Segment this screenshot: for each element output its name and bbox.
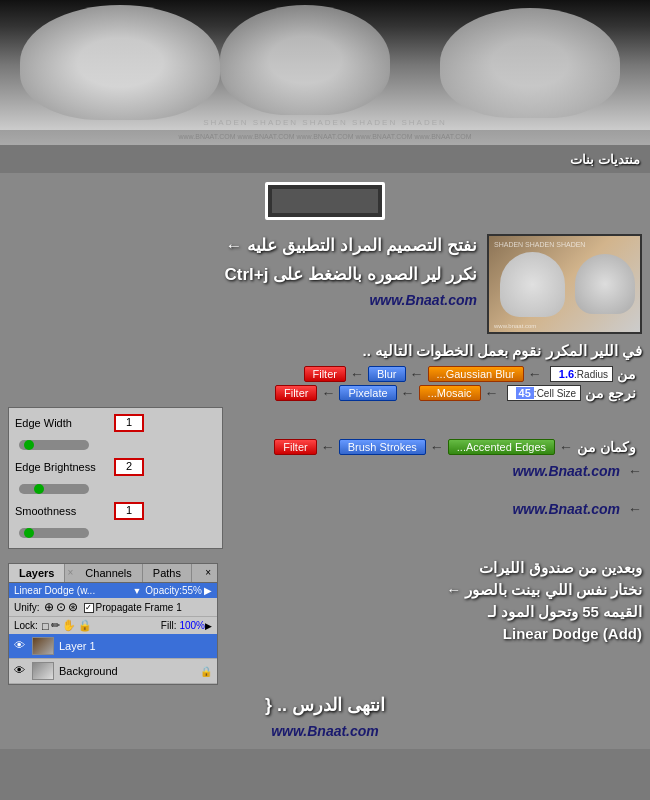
filter-btn-2[interactable]: Filter: [275, 385, 317, 401]
ae-arrow-2: ←: [628, 501, 642, 517]
bnaat-url-top: www.BNAAT.COM www.BNAAT.COM www.BNAAT.CO…: [179, 133, 472, 140]
cellsize-box: Cell Size: 45: [507, 385, 582, 401]
opacity-arrow[interactable]: ▶: [204, 585, 212, 596]
edge-width-row: Edge Width 1: [15, 414, 216, 432]
lock-icon2[interactable]: ✏: [51, 619, 60, 632]
blend-mode-display[interactable]: Linear Dodge (w...: [14, 585, 132, 596]
pixelate-btn[interactable]: Pixelate: [339, 385, 396, 401]
rect-shape: [265, 182, 385, 220]
edge-width-slider[interactable]: [19, 440, 89, 450]
panel-arrows: ← www.Bnaat.com ← www.Bnaat.com: [236, 463, 642, 517]
filter-label-3: وكمان من: [577, 439, 636, 455]
arrow-1: ←: [528, 366, 542, 382]
layers-panel: Layers × Channels Paths × Linear Dodge (…: [8, 555, 218, 685]
panel-right-section: وكمان من ← Accented Edges... ← Brush Str…: [236, 407, 642, 549]
panel-close-btn[interactable]: ×: [199, 564, 217, 582]
edge-width-input[interactable]: 1: [114, 414, 144, 432]
edge-brightness-input[interactable]: 2: [114, 458, 144, 476]
step1-row: SHADEN SHADEN SHADEN www.bnaat.com نفتح …: [8, 234, 642, 334]
layer1-thumb: [32, 637, 54, 655]
mosaic-btn[interactable]: Mosaic...: [419, 385, 481, 401]
radius-label: Radius:: [574, 369, 608, 380]
filter-label-2: نرجع من: [585, 385, 636, 401]
bottom-text-3: القيمه 55 وتحول المود لـ: [226, 603, 642, 621]
accented-edges-btn[interactable]: Accented Edges...: [448, 439, 555, 455]
propagate-check[interactable]: ✓: [84, 601, 94, 613]
filter-row-2: نرجع من Cell Size: 45 ← Mosaic... ← Pixe…: [8, 385, 642, 401]
step2-arabic: نكرر لير الصوره بالضغط على Ctrl+j: [8, 263, 477, 287]
bottom-right-text: وبعدين من صندوق الليرات نختار نفس اللي ب…: [226, 555, 642, 685]
ae-panel: Edge Width 1 Edge Brightness 2: [8, 407, 228, 549]
site-bar: منتديات بنات: [0, 145, 650, 173]
lock-row: Lock: □ ✏ ✋ 🔒 Fill: 100% ▶: [9, 617, 217, 634]
bg-eye-icon[interactable]: 👁: [14, 664, 28, 678]
opacity-value: 55%: [182, 585, 202, 596]
layer1-eye-icon[interactable]: 👁: [14, 639, 28, 653]
fill-label: Fill:: [161, 620, 177, 631]
layers-opacity-row: Linear Dodge (w... ▼ Opacity: 55% ▶: [9, 583, 217, 598]
smoothness-input[interactable]: 1: [114, 502, 144, 520]
arrow-2: ←: [410, 366, 424, 382]
tab-paths[interactable]: Paths: [143, 564, 192, 582]
propagate-label: Propagate Frame 1: [96, 602, 182, 613]
unify-icon3[interactable]: ⊛: [68, 600, 78, 614]
watermark-1: www.Bnaat.com: [8, 292, 477, 308]
arrow-7: ←: [559, 439, 573, 455]
edge-brightness-slider-row: [15, 484, 216, 494]
arrow-row-2: ← www.Bnaat.com: [236, 501, 642, 517]
bg-thumb: [32, 662, 54, 680]
gaussian-blur-btn[interactable]: Gaussian Blur...: [428, 366, 524, 382]
layers-tabs: Layers × Channels Paths ×: [9, 564, 217, 583]
step1-arabic: نفتح التصميم المراد التطبيق عليه ←: [8, 234, 477, 258]
filter-btn-1[interactable]: Filter: [304, 366, 346, 382]
edge-width-slider-row: [15, 440, 216, 450]
arrow-9: ←: [321, 439, 335, 455]
slider-thumb-2: [34, 484, 44, 494]
bottom-text-2: نختار نفس اللي بينت بالصور ←: [226, 581, 642, 599]
smoothness-label: Smoothness: [15, 505, 110, 517]
bottom-section: Layers × Channels Paths × Linear Dodge (…: [8, 555, 642, 685]
arrow-3: ←: [350, 366, 364, 382]
checkbox[interactable]: ✓: [84, 603, 94, 613]
tab-layers[interactable]: Layers: [9, 564, 65, 582]
panel-section: Edge Width 1 Edge Brightness 2: [8, 407, 642, 549]
bg-item[interactable]: 👁 Background 🔒: [9, 659, 217, 684]
filter-row-3: وكمان من ← Accented Edges... ← Brush Str…: [236, 439, 642, 455]
edge-brightness-label: Edge Brightness: [15, 461, 110, 473]
rect-inner: [272, 189, 378, 213]
main-content: SHADEN SHADEN SHADEN www.bnaat.com نفتح …: [0, 228, 650, 749]
slider-thumb-3: [24, 528, 34, 538]
lock-icon4[interactable]: 🔒: [78, 619, 92, 632]
step-image: SHADEN SHADEN SHADEN www.bnaat.com: [487, 234, 642, 334]
ae-panel-inner: Edge Width 1 Edge Brightness 2: [8, 407, 223, 549]
edge-brightness-row: Edge Brightness 2: [15, 458, 216, 476]
unify-icon1[interactable]: ⊕: [44, 600, 54, 614]
tab-channels[interactable]: Channels: [75, 564, 142, 582]
layer1-item[interactable]: 👁 Layer 1: [9, 634, 217, 659]
lock-icon1[interactable]: □: [42, 620, 49, 632]
bg-lock-icon: 🔒: [200, 666, 212, 677]
unify-label: Unify:: [14, 602, 40, 613]
smoothness-slider[interactable]: [19, 528, 89, 538]
brush-strokes-btn[interactable]: Brush Strokes: [339, 439, 426, 455]
edge-brightness-slider[interactable]: [19, 484, 89, 494]
step-image-inner: SHADEN SHADEN SHADEN www.bnaat.com: [489, 236, 640, 332]
opacity-label: Opacity:: [145, 585, 182, 596]
arrow-row-1: ← www.Bnaat.com: [236, 463, 642, 479]
final-section: انتهى الدرس .. { www.Bnaat.com: [8, 693, 642, 739]
smoothness-row: Smoothness 1: [15, 502, 216, 520]
filter-label-1: من: [617, 366, 636, 382]
unify-icon2[interactable]: ⊙: [56, 600, 66, 614]
linear-dodge-text: Linear Dodge (Add): [226, 625, 642, 642]
dropdown-arrow[interactable]: ▼: [132, 586, 141, 596]
filter-btn-3[interactable]: Filter: [274, 439, 316, 455]
bottom-text-1: وبعدين من صندوق الليرات: [226, 559, 642, 577]
radius-value: 1.6: [559, 368, 574, 380]
lock-icon3[interactable]: ✋: [62, 619, 76, 632]
arrow-8: ←: [430, 439, 444, 455]
smoothness-slider-row: [15, 528, 216, 538]
fill-arrow[interactable]: ▶: [205, 621, 212, 631]
bg-name: Background: [59, 665, 118, 677]
blur-btn[interactable]: Blur: [368, 366, 406, 382]
lock-label: Lock:: [14, 620, 38, 631]
